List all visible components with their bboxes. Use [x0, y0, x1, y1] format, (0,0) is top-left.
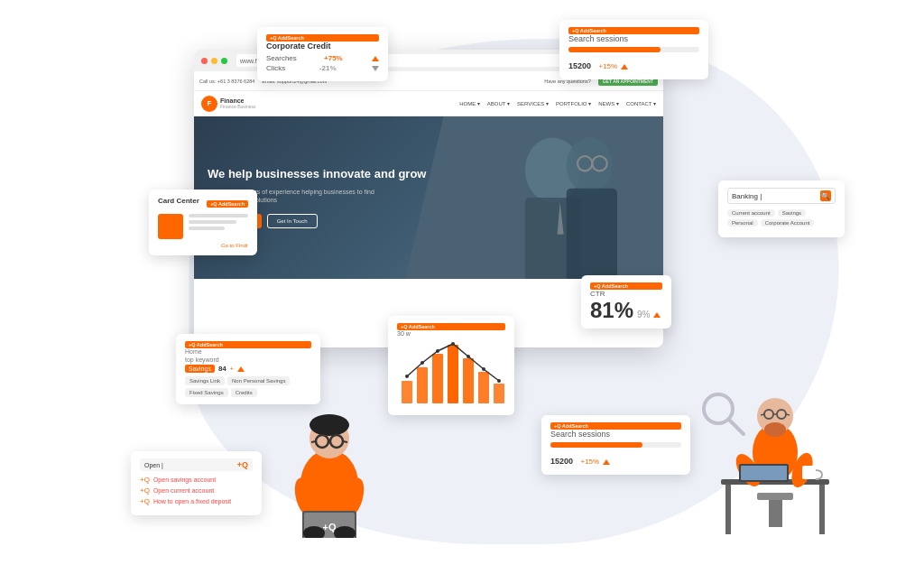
- open-search-input[interactable]: Open | +Q: [140, 458, 253, 471]
- card-center-lines: [189, 214, 248, 239]
- card-center-link[interactable]: Go to Findr: [158, 243, 248, 248]
- hero-title: We help businesses innovate and grow: [208, 167, 426, 182]
- addsearch-badge-ctr: +Q AddSearch: [590, 282, 662, 290]
- searches-metric-row: Searches +75%: [266, 54, 379, 62]
- subtag-credits[interactable]: Credits: [231, 388, 257, 397]
- svg-rect-55: [741, 466, 787, 480]
- searches-value: +75%: [324, 54, 343, 62]
- addsearch-badge-keywords: +Q AddSearch: [185, 341, 311, 348]
- nav-logo: F Finance Finance Business: [201, 96, 255, 112]
- sessions-change: +15%: [598, 62, 628, 70]
- ctr-secondary: 9%: [637, 310, 650, 319]
- keyword-main-row: Savings 84 +: [185, 365, 311, 373]
- hero-secondary-button[interactable]: Get In Touch: [267, 214, 318, 228]
- svg-point-15: [405, 375, 409, 378]
- corporate-credit-title: Corporate Credit: [266, 42, 379, 51]
- nav-portfolio[interactable]: PORTFOLIO ▾: [556, 100, 591, 106]
- banking-tag-corporate[interactable]: Corporate Account: [761, 219, 815, 227]
- subtag-fixed[interactable]: Fixed Savings: [185, 388, 228, 397]
- search-sessions-bottom-progress: [550, 442, 681, 448]
- ctr-arrow-icon: [653, 312, 661, 318]
- sessions-count: 15200: [568, 61, 591, 70]
- open-search-icon-3: +Q: [140, 497, 150, 505]
- card-center-orange-box: [158, 214, 183, 239]
- open-search-item-3: +Q How to open a fixed deposit: [140, 497, 253, 505]
- subtag-non-personal[interactable]: Non Personal Savings: [227, 376, 290, 385]
- svg-rect-4: [567, 189, 617, 279]
- open-search-card: Open | +Q +Q Open savings account +Q Ope…: [131, 451, 262, 515]
- keywords-sub: top keyword: [185, 356, 311, 363]
- svg-rect-43: [769, 500, 782, 527]
- svg-rect-8: [402, 381, 412, 403]
- svg-rect-41: [819, 485, 825, 534]
- svg-point-18: [451, 342, 455, 346]
- chart-svg: [397, 340, 505, 403]
- chart-title: 30 w: [397, 330, 505, 337]
- nav-contact[interactable]: CONTACT ▾: [626, 100, 656, 106]
- keyword-subtags: Savings Link Non Personal Savings Fixed …: [185, 376, 311, 397]
- open-search-item-1: +Q Open savings account: [140, 476, 253, 484]
- browser-maximize-dot: [221, 58, 227, 64]
- corporate-credit-card: +Q AddSearch Corporate Credit Searches +…: [257, 27, 388, 81]
- hero-image: [405, 116, 663, 279]
- banking-search-text: Banking |: [732, 192, 820, 200]
- subtag-savings-link[interactable]: Savings Link: [185, 376, 225, 385]
- website-hero: We help businesses innovate and grow Wit…: [194, 116, 663, 279]
- search-sessions-bottom-count-row: 15200 +15%: [550, 451, 681, 467]
- svg-line-49: [761, 414, 764, 415]
- sessions-arrow-icon: [621, 64, 628, 69]
- banking-tag-savings[interactable]: Savings: [778, 209, 806, 217]
- nav-home[interactable]: HOME ▾: [459, 100, 480, 106]
- svg-rect-13: [478, 372, 489, 403]
- browser-close-dot: [201, 58, 208, 64]
- clicks-label: Clicks: [266, 64, 285, 72]
- search-sessions-top-card: +Q AddSearch Search sessions 15200 +15%: [559, 20, 708, 79]
- sessions-bottom-arrow-icon: [603, 459, 610, 465]
- clicks-value: -21%: [319, 64, 337, 72]
- banking-tag-personal[interactable]: Personal: [727, 219, 758, 227]
- logo-text: Finance Finance Business: [220, 97, 255, 109]
- nav-services[interactable]: SERVICES ▾: [517, 100, 549, 106]
- addsearch-badge: +Q AddSearch: [266, 34, 379, 42]
- svg-line-29: [311, 441, 316, 442]
- browser-minimize-dot: [211, 58, 217, 64]
- figure-person-1: +Q: [280, 393, 379, 538]
- card-line-3: [189, 227, 225, 230]
- sessions-bottom-change: +15%: [580, 458, 610, 466]
- nav-news[interactable]: NEWS ▾: [598, 100, 619, 106]
- progress-fill: [568, 47, 661, 52]
- svg-point-46: [764, 422, 786, 437]
- svg-line-30: [343, 441, 347, 442]
- keywords-title: Home: [185, 348, 311, 355]
- banking-tag-current[interactable]: Current account: [727, 209, 775, 217]
- banking-search-field[interactable]: Banking | 🔍: [727, 188, 836, 204]
- svg-point-20: [482, 367, 485, 371]
- addsearch-badge-sessions-top: +Q AddSearch: [568, 27, 699, 34]
- website-nav: F Finance Finance Business HOME ▾ ABOUT …: [194, 91, 663, 116]
- svg-point-19: [467, 355, 470, 358]
- searches-arrow-up-icon: [372, 56, 379, 61]
- nav-about[interactable]: ABOUT ▾: [487, 100, 510, 106]
- open-search-text-1: Open savings account: [153, 477, 216, 483]
- svg-rect-9: [417, 367, 428, 403]
- search-sessions-bottom-card: +Q AddSearch Search sessions 15200 +15%: [541, 415, 690, 475]
- keywords-card: +Q AddSearch Home top keyword Savings 84…: [176, 334, 320, 404]
- open-search-text-3: How to open a fixed deposit: [153, 498, 231, 504]
- card-line-1: [189, 214, 248, 217]
- svg-point-26: [310, 414, 349, 436]
- searches-label: Searches: [266, 54, 297, 62]
- open-search-text-2: Open current account: [153, 487, 214, 494]
- sessions-bottom-count: 15200: [550, 457, 573, 466]
- card-line-2: [189, 220, 236, 224]
- svg-rect-42: [757, 493, 793, 500]
- open-search-icon-1: +Q: [140, 476, 150, 484]
- search-sessions-count-row: 15200 +15%: [568, 56, 699, 72]
- keyword-change: +: [230, 366, 245, 372]
- svg-rect-40: [725, 485, 731, 534]
- addsearch-badge-center: +Q AddSearch: [207, 200, 248, 208]
- progress-fill-bottom: [550, 442, 642, 448]
- banking-search-icon[interactable]: 🔍: [820, 190, 831, 201]
- search-sessions-progress-bar: [568, 47, 699, 52]
- svg-rect-14: [494, 384, 504, 403]
- figure-person-2: [712, 375, 838, 538]
